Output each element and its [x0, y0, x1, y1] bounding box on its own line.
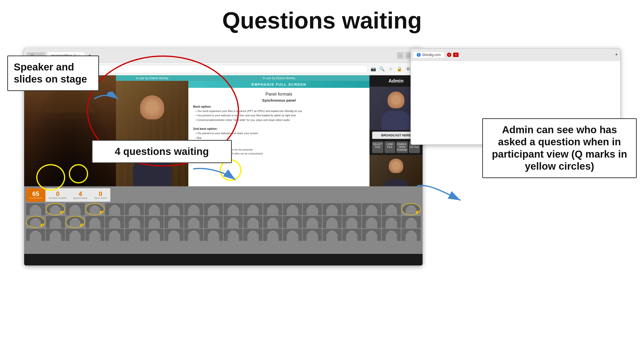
admin-body — [382, 111, 410, 130]
slide-second-bullet-1: You present to your webcam and share you… — [196, 131, 364, 135]
participant-thumb — [382, 203, 401, 215]
callout-speaker-slides: Speaker and slides on stage — [7, 55, 99, 91]
speaker-video — [116, 81, 188, 186]
participant-thumb — [382, 216, 401, 228]
stat-overview[interactable]: 65 OVERVIEW — [26, 188, 46, 202]
participant-thumb — [184, 203, 203, 215]
callout-admin-text: Admin can see who has asked a question w… — [492, 124, 627, 172]
participants-area: 65 OVERVIEW 0 RAISED HANDS 4 QUESTIONS 0… — [24, 186, 422, 254]
admin-second-face — [389, 159, 403, 173]
participant-thumb-question: ? — [86, 203, 104, 215]
participant-thumb-question: ? — [402, 203, 421, 215]
participant-thumb — [145, 203, 164, 215]
participant-thumb — [224, 229, 243, 241]
question-mark-icon: ? — [416, 211, 420, 214]
slide-second-best-header: 2nd best option: — [193, 127, 364, 131]
enable-podium-button[interactable]: ENABLE OPEN PODIUM — [396, 141, 408, 153]
slide-second-bullet-2: But: — [196, 136, 364, 140]
callout-speaker-text: Speaker and slides on stage — [14, 61, 87, 85]
participant-thumb — [244, 216, 262, 228]
shindig-tab-label: Shindig.com — [422, 53, 441, 57]
participant-thumb — [145, 229, 164, 241]
participant-thumb — [362, 203, 381, 215]
participant-grid: ? ? ? ? — [26, 203, 421, 252]
shindig-close-button[interactable]: ✕ — [453, 53, 458, 57]
participant-thumb-question: ? — [46, 203, 65, 215]
overview-label: OVERVIEW — [30, 197, 42, 199]
admin-face — [388, 91, 404, 108]
speaker-panel: In use by Elaine Morley — [116, 75, 188, 186]
participant-thumb — [224, 203, 243, 215]
select-file-button[interactable]: SELECT FILE — [372, 141, 384, 153]
slide-title: Panel formats — [193, 92, 364, 97]
search-icon[interactable]: 🔍 — [378, 66, 386, 72]
address-bar[interactable]: nt=nomadittour-11 — [53, 65, 368, 73]
slide-content: Panel formats Synchronous panel Best opt… — [188, 88, 370, 186]
participant-thumb — [86, 229, 104, 241]
stat-text-chat[interactable]: 0 TEXT CHAT — [90, 188, 110, 202]
callout-admin-info: Admin can see who has asked a question w… — [482, 118, 637, 178]
speaker-label: In use by Elaine Morley — [116, 75, 188, 81]
participant-thumb — [46, 229, 65, 241]
shindig-tab[interactable]: S Shindig.com — [414, 52, 444, 58]
participant-thumb — [362, 216, 381, 228]
shindig-add-tab[interactable]: + — [615, 52, 618, 57]
raised-hands-label: RAISED HANDS — [49, 197, 67, 199]
participant-thumb — [342, 229, 362, 241]
participant-thumb — [322, 203, 342, 215]
load-file-button[interactable]: LOAD FILE — [384, 141, 395, 153]
raised-hands-number: 0 — [56, 191, 60, 197]
slides-label: In use by Elaine Morley — [188, 75, 370, 81]
participant-thumb-question: ? — [66, 216, 85, 228]
overview-number: 65 — [32, 191, 39, 197]
participant-thumb — [26, 229, 45, 241]
participant-thumb — [86, 216, 104, 228]
page-title: Questions waiting — [0, 0, 644, 41]
participant-thumb — [66, 203, 85, 215]
question-mark-icon: ? — [100, 211, 103, 214]
text-chat-label: TEXT CHAT — [94, 197, 107, 199]
speaker-face — [140, 95, 164, 119]
slides-panel: In use by Elaine Morley EMPHASIS FULL SC… — [188, 75, 370, 186]
shindig-favicon: S — [417, 53, 421, 57]
participant-thumb — [204, 229, 223, 241]
camera-icon[interactable]: 📷 — [370, 66, 377, 72]
stat-raised-hands[interactable]: 0 RAISED HANDS — [46, 188, 70, 202]
participant-thumb — [283, 216, 302, 228]
participant-thumb — [125, 229, 144, 241]
stage-area: In use by Elaine Morley In use by Elaine… — [24, 75, 422, 186]
slide-bullet-2: You present to your webcam in real time … — [196, 114, 364, 117]
audience-seats — [24, 90, 116, 186]
lock-icon[interactable]: 🔒 — [396, 66, 403, 72]
participant-thumb — [125, 216, 144, 228]
participant-thumb — [303, 229, 322, 241]
participant-thumb — [164, 216, 184, 228]
participant-thumb — [46, 216, 65, 228]
participant-thumb — [164, 203, 184, 215]
participant-thumb — [184, 216, 203, 228]
participant-thumb — [263, 216, 282, 228]
participant-thumb — [66, 229, 85, 241]
participant-thumb — [244, 203, 262, 215]
participant-thumb — [322, 229, 342, 241]
questions-number: 4 — [78, 191, 82, 197]
participant-thumb — [164, 229, 184, 241]
participant-thumb — [342, 203, 362, 215]
callout-questions-waiting: 4 questions waiting — [92, 140, 232, 163]
question-mark-icon: ? — [80, 224, 84, 227]
participant-thumb — [263, 229, 282, 241]
participant-thumb — [105, 216, 124, 228]
participant-thumb — [263, 203, 282, 215]
question-mark-icon: ? — [41, 224, 44, 227]
participant-thumb — [342, 216, 362, 228]
minimize-button[interactable]: – — [397, 52, 404, 59]
question-mark-icon: ? — [60, 211, 64, 214]
stat-questions[interactable]: 4 QUESTIONS — [70, 188, 91, 202]
admin-header: Admin — [386, 75, 406, 87]
participant-thumb — [145, 216, 164, 228]
participant-thumb — [105, 203, 124, 215]
star-icon[interactable]: ☆ — [387, 66, 394, 72]
participant-thumb — [303, 203, 322, 215]
participant-thumb-question: ? — [26, 216, 45, 228]
browser-content: In use by Elaine Morley In use by Elaine… — [24, 75, 422, 266]
